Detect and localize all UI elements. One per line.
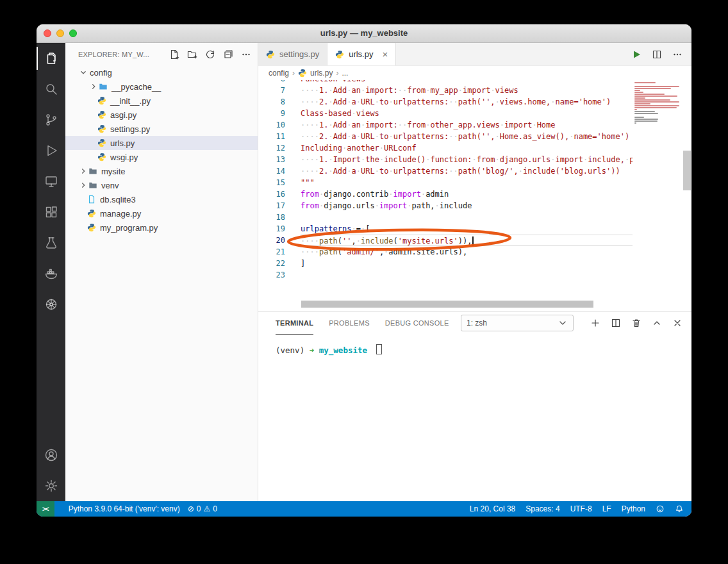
prompt-arrow: ➜: [310, 345, 315, 355]
more-actions-icon[interactable]: [672, 49, 682, 60]
settings-gear-icon[interactable]: [37, 470, 65, 501]
terminal-output[interactable]: (venv) ➜ my_website: [258, 334, 691, 501]
run-python-file-button[interactable]: [631, 49, 641, 60]
status-bar: >< Python 3.9.0 64-bit ('venv': venv) ⊘ …: [37, 501, 691, 517]
new-terminal-icon[interactable]: [590, 318, 600, 328]
code-line-22[interactable]: 22]: [258, 258, 633, 269]
indentation-status[interactable]: Spaces: 4: [525, 504, 559, 513]
code-line-21[interactable]: 21····path('admin/',·admin.site.urls),: [258, 246, 633, 258]
tree-item-asgi.py[interactable]: asgi.py: [65, 108, 258, 122]
extensions-icon[interactable]: [37, 197, 65, 228]
tree-item-urls.py[interactable]: urls.py: [65, 136, 258, 150]
python-file-icon: [266, 50, 276, 59]
feedback-smiley-icon[interactable]: [656, 504, 665, 513]
more-actions-icon[interactable]: [241, 49, 251, 60]
source-control-icon[interactable]: [37, 104, 65, 135]
problems-status[interactable]: ⊘ 0 ⚠ 0: [188, 504, 217, 513]
breadcrumb-folder[interactable]: config: [269, 69, 289, 78]
tree-item-manage.py[interactable]: manage.py: [65, 206, 258, 220]
tab-terminal[interactable]: TERMINAL: [276, 312, 313, 335]
close-window-button[interactable]: [44, 29, 51, 37]
accounts-icon[interactable]: [37, 440, 65, 470]
minimap[interactable]: [633, 80, 682, 311]
tree-item-__init__.py[interactable]: __init__.py: [65, 94, 258, 108]
zoom-window-button[interactable]: [69, 29, 77, 37]
close-tab-icon[interactable]: ×: [382, 49, 388, 59]
line-number: 8: [258, 96, 301, 108]
docker-whale-icon[interactable]: [37, 258, 65, 289]
tab-debug-console[interactable]: DEBUG CONSOLE: [385, 312, 449, 334]
new-file-icon[interactable]: [169, 49, 179, 60]
shell-selector[interactable]: 1: zsh: [461, 315, 574, 331]
kill-terminal-trash-icon[interactable]: [631, 318, 641, 328]
notifications-bell-icon[interactable]: [675, 504, 684, 513]
run-debug-icon[interactable]: [37, 135, 65, 166]
tree-item-__pycache__[interactable]: __pycache__: [65, 79, 258, 94]
explorer-icon[interactable]: [37, 43, 65, 74]
window-title: urls.py — my_website: [37, 24, 691, 42]
code-editor[interactable]: 6Function·views7····1.·Add·an·import:··f…: [258, 80, 691, 311]
python-icon: [97, 110, 109, 119]
language-mode-status[interactable]: Python: [622, 504, 645, 513]
python-interpreter-status[interactable]: Python 3.9.0 64-bit ('venv': venv): [69, 504, 180, 513]
code-line-20[interactable]: 20····path('',·include('mysite.urls')),: [258, 235, 633, 246]
line-content: Class-based·views: [301, 108, 633, 119]
scrollbar-thumb[interactable]: [683, 151, 691, 190]
horizontal-scrollbar[interactable]: [301, 301, 593, 308]
refresh-icon[interactable]: [205, 49, 215, 60]
collapse-all-icon[interactable]: [223, 49, 233, 60]
new-folder-icon[interactable]: [187, 49, 197, 60]
maximize-panel-icon[interactable]: [652, 318, 662, 328]
close-panel-icon[interactable]: [672, 318, 682, 328]
tree-item-my_program.py[interactable]: my_program.py: [65, 220, 258, 235]
code-line-6[interactable]: 6Function·views: [258, 80, 633, 85]
code-line-7[interactable]: 7····1.·Add·an·import:··from·my_app·impo…: [258, 85, 633, 96]
remote-indicator[interactable]: ><: [37, 501, 54, 517]
tree-item-settings.py[interactable]: settings.py: [65, 122, 258, 136]
tree-item-wsgi.py[interactable]: wsgi.py: [65, 150, 258, 164]
minimap-line: [634, 90, 640, 91]
warnings-icon: ⚠: [203, 504, 210, 513]
code-line-12[interactable]: 12Including·another·URLconf: [258, 142, 633, 154]
tree-item-venv[interactable]: venv: [65, 178, 258, 192]
split-editor-icon[interactable]: [652, 49, 662, 60]
code-line-13[interactable]: 13····1.·Import·the·include()·function:·…: [258, 154, 633, 165]
code-line-16[interactable]: 16from·django.contrib·import·admin: [258, 188, 633, 200]
errors-icon: ⊘: [188, 504, 194, 513]
code-line-11[interactable]: 11····2.·Add·a·URL·to·urlpatterns:··path…: [258, 131, 633, 142]
line-content: ····2.·Add·a·URL·to·urlpatterns:··path('…: [301, 96, 633, 108]
remote-explorer-icon[interactable]: [37, 166, 65, 197]
testing-beaker-icon[interactable]: [37, 228, 65, 258]
minimap-line: [634, 103, 650, 104]
tab-problems[interactable]: PROBLEMS: [329, 312, 370, 334]
activity-bar: [37, 43, 65, 501]
tree-item-config[interactable]: config: [65, 65, 258, 79]
code-line-18[interactable]: 18: [258, 212, 633, 223]
eol-status[interactable]: LF: [602, 504, 611, 513]
search-icon[interactable]: [37, 74, 65, 104]
panel-actions: 1: zsh: [461, 315, 682, 331]
tab-settings-py[interactable]: settings.py: [258, 43, 327, 65]
kubernetes-wheel-icon[interactable]: [37, 289, 65, 320]
breadcrumb-more[interactable]: ...: [342, 69, 348, 78]
code-line-9[interactable]: 9Class-based·views: [258, 108, 633, 119]
line-content: ····1.·Add·an·import:··from·other_app.vi…: [301, 119, 633, 131]
minimize-window-button[interactable]: [56, 29, 64, 37]
code-line-19[interactable]: 19urlpatterns·=·[: [258, 223, 633, 235]
minimap-line: [634, 105, 679, 106]
code-line-10[interactable]: 10····1.·Add·an·import:··from·other_app.…: [258, 119, 633, 131]
breadcrumb-file[interactable]: urls.py: [310, 69, 333, 78]
code-line-15[interactable]: 15""": [258, 177, 633, 188]
code-line-23[interactable]: 23: [258, 269, 633, 281]
code-line-17[interactable]: 17from·django.urls·import·path,·include: [258, 200, 633, 212]
encoding-status[interactable]: UTF-8: [570, 504, 592, 513]
tree-item-label: __pycache__: [112, 82, 161, 92]
tab-urls-py[interactable]: urls.py ×: [327, 43, 396, 65]
code-line-14[interactable]: 14····2.·Add·a·URL·to·urlpatterns:··path…: [258, 165, 633, 177]
code-line-8[interactable]: 8····2.·Add·a·URL·to·urlpatterns:··path(…: [258, 96, 633, 108]
vertical-scrollbar[interactable]: [682, 80, 691, 311]
cursor-position-status[interactable]: Ln 20, Col 38: [470, 504, 515, 513]
split-terminal-icon[interactable]: [611, 318, 621, 328]
tree-item-mysite[interactable]: mysite: [65, 164, 258, 178]
tree-item-db.sqlite3[interactable]: db.sqlite3: [65, 192, 258, 206]
